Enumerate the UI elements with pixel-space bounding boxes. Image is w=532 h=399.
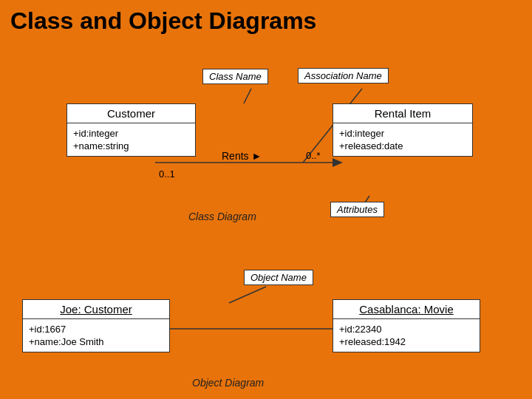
rental-item-class-header: Rental Item <box>333 104 472 123</box>
class-diagram-label: Class Diagram <box>188 211 256 222</box>
association-name-label: Association Name <box>298 68 389 83</box>
customer-object-header: Joe: Customer <box>23 300 169 319</box>
rental-item-attr-1: +id:integer <box>339 128 466 139</box>
svg-line-0 <box>244 89 251 103</box>
customer-attr-2: +name:string <box>73 140 189 151</box>
rental-item-class-body: +id:integer +released:date <box>333 123 472 156</box>
object-name-label: Object Name <box>244 270 313 285</box>
movie-obj-attr-1: +id:22340 <box>339 324 474 335</box>
customer-class: Customer +id:integer +name:string <box>66 103 196 157</box>
customer-class-header: Customer <box>67 104 195 123</box>
class-name-label: Class Name <box>202 69 268 84</box>
object-diagram-label: Object Diagram <box>192 377 264 389</box>
movie-object: Casablanca: Movie +id:22340 +released:19… <box>332 299 480 352</box>
page-title: Class and Object Diagrams <box>0 0 532 39</box>
svg-line-5 <box>229 287 266 303</box>
multiplicity-left: 0..1 <box>159 168 175 180</box>
customer-obj-attr-2: +name:Joe Smith <box>29 336 163 347</box>
customer-obj-attr-1: +id:1667 <box>29 324 163 335</box>
association-name: Rents ► <box>222 150 262 162</box>
customer-attr-1: +id:integer <box>73 128 189 139</box>
movie-object-body: +id:22340 +released:1942 <box>333 319 480 352</box>
movie-object-header: Casablanca: Movie <box>333 300 480 319</box>
rental-item-attr-2: +released:date <box>339 140 466 151</box>
svg-marker-3 <box>332 158 343 167</box>
customer-object-body: +id:1667 +name:Joe Smith <box>23 319 169 352</box>
movie-obj-attr-2: +released:1942 <box>339 336 474 347</box>
multiplicity-right: 0..* <box>306 150 321 161</box>
attributes-label: Attributes <box>330 202 384 217</box>
customer-object: Joe: Customer +id:1667 +name:Joe Smith <box>22 299 170 352</box>
diagram-area: Class Name Association Name Attributes C… <box>0 41 532 399</box>
rental-item-class: Rental Item +id:integer +released:date <box>332 103 473 157</box>
customer-class-body: +id:integer +name:string <box>67 123 195 156</box>
